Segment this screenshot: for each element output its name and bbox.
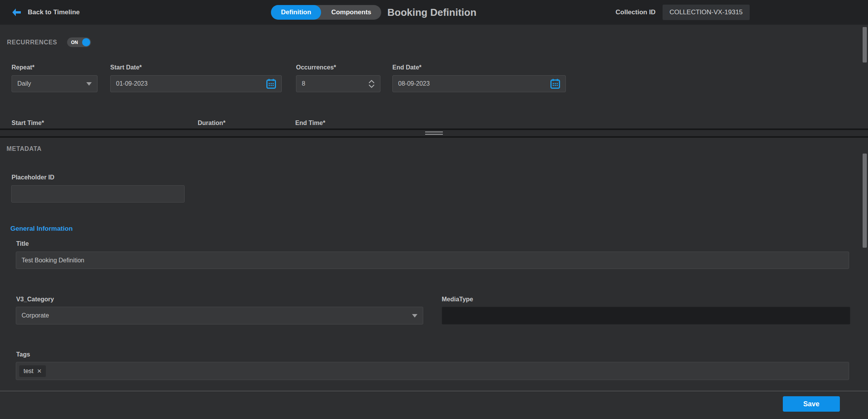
- chevron-down-icon: [86, 82, 92, 86]
- tab-components[interactable]: Components: [321, 5, 381, 20]
- tab-definition[interactable]: Definition: [271, 5, 321, 20]
- start-date-input[interactable]: 01-09-2023: [110, 75, 282, 92]
- calendar-icon[interactable]: [266, 79, 276, 89]
- end-date-input[interactable]: 08-09-2023: [392, 75, 566, 92]
- bottom-pane-scrollbar-thumb[interactable]: [863, 154, 867, 248]
- back-label: Back to Timeline: [28, 8, 80, 16]
- start-date-label: Start Date*: [110, 64, 282, 71]
- repeat-value: Daily: [17, 80, 86, 87]
- top-bar: Back to Timeline Definition Components B…: [0, 0, 868, 25]
- duration-label: Duration*: [198, 120, 225, 127]
- tag-chip-text: test: [24, 368, 34, 375]
- calendar-icon[interactable]: [550, 79, 560, 89]
- v3-category-label: V3_Category: [16, 296, 54, 303]
- collection-id-group: Collection ID COLLECTION-VX-19315: [616, 0, 750, 25]
- save-button[interactable]: Save: [783, 396, 840, 412]
- end-time-label: End Time*: [295, 120, 325, 127]
- recurrences-pane: RECURRENCES ON Repeat* Daily Start Date*…: [0, 25, 868, 128]
- occurrences-stepper[interactable]: [368, 80, 375, 88]
- start-time-label: Start Time*: [12, 120, 44, 127]
- recurrences-section-heading: RECURRENCES: [7, 39, 57, 46]
- tags-input[interactable]: test ✕: [16, 362, 849, 380]
- occurrences-label: Occurrences*: [296, 64, 380, 71]
- tag-remove-icon[interactable]: ✕: [37, 368, 42, 374]
- footer-bar: Save: [0, 391, 868, 419]
- chevron-down-icon: [412, 314, 417, 318]
- stepper-up-icon: [368, 80, 375, 83]
- start-date-value: 01-09-2023: [116, 80, 266, 87]
- media-type-label: MediaType: [442, 296, 473, 303]
- title-label: Title: [16, 240, 29, 247]
- placeholder-id-input[interactable]: [11, 185, 185, 203]
- end-date-label: End Date*: [392, 64, 566, 71]
- toggle-knob: [82, 38, 90, 46]
- repeat-label: Repeat*: [12, 64, 98, 71]
- pane-splitter[interactable]: [0, 128, 868, 138]
- media-type-input[interactable]: [442, 307, 850, 324]
- view-tab-group: Definition Components: [271, 5, 381, 20]
- title-input[interactable]: [16, 252, 849, 269]
- recurrences-toggle[interactable]: ON: [67, 37, 91, 47]
- booking-definition-app: Back to Timeline Definition Components B…: [0, 0, 868, 419]
- metadata-pane: METADATA Placeholder ID General Informat…: [0, 138, 868, 391]
- top-pane-scrollbar-thumb[interactable]: [863, 27, 867, 63]
- repeat-select[interactable]: Daily: [12, 75, 98, 92]
- v3-category-select[interactable]: Corporate: [16, 307, 423, 324]
- page-title: Booking Definition: [387, 0, 476, 25]
- occurrences-input[interactable]: 8: [296, 75, 380, 92]
- metadata-section-heading: METADATA: [7, 145, 42, 152]
- occurrences-value: 8: [302, 80, 368, 87]
- toggle-on-label: ON: [71, 40, 78, 45]
- placeholder-id-label: Placeholder ID: [12, 174, 54, 181]
- splitter-handle-icon[interactable]: [425, 132, 443, 135]
- back-arrow-icon: [12, 8, 22, 17]
- tag-chip: test ✕: [19, 365, 46, 377]
- collection-id-value: COLLECTION-VX-19315: [663, 5, 750, 20]
- tags-label: Tags: [16, 351, 30, 358]
- collection-id-label: Collection ID: [616, 8, 656, 16]
- stepper-down-icon: [368, 84, 375, 88]
- v3-category-value: Corporate: [22, 312, 412, 319]
- back-to-timeline-button[interactable]: Back to Timeline: [12, 0, 80, 25]
- general-information-heading[interactable]: General Information: [10, 225, 73, 233]
- end-date-value: 08-09-2023: [398, 80, 550, 87]
